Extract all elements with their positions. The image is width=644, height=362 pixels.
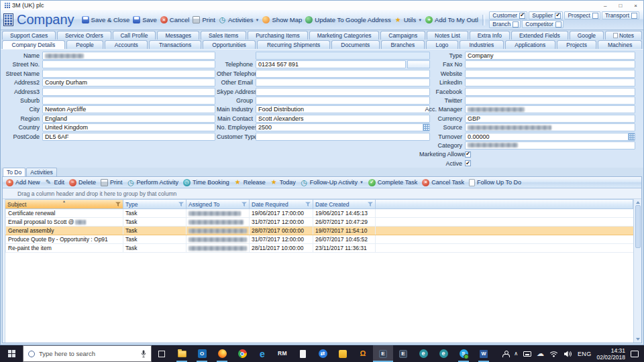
- column-header-subject[interactable]: ▲Subject: [5, 199, 123, 209]
- field-turnover[interactable]: 0.00000: [465, 133, 635, 141]
- field-main-industry[interactable]: Food Distribution: [256, 105, 430, 113]
- people-icon[interactable]: [502, 351, 508, 357]
- field-currency[interactable]: GBP: [465, 115, 635, 123]
- field-website[interactable]: [465, 70, 635, 78]
- tab-transactions[interactable]: Transactions: [149, 40, 201, 49]
- tab-branches[interactable]: Branches: [381, 40, 425, 49]
- microphone-icon[interactable]: [141, 350, 146, 358]
- scroll-up-arrow-icon[interactable]: [636, 201, 640, 204]
- checkbox-marketing-allowed[interactable]: [465, 152, 471, 158]
- tab-industries[interactable]: Industries: [460, 40, 504, 49]
- chevron-up-icon[interactable]: ∧: [514, 351, 518, 357]
- todo-button-delete[interactable]: −Delete: [69, 179, 96, 186]
- cloud-icon[interactable]: ☁: [537, 350, 544, 357]
- taskbar-app-teal-2[interactable]: e: [433, 345, 453, 362]
- checkbox-customer[interactable]: [519, 13, 525, 19]
- tab-google[interactable]: Google: [570, 31, 604, 40]
- checkbox-competitor[interactable]: [555, 21, 561, 27]
- todo-button-perform-activity[interactable]: ◷Perform Activity: [127, 179, 179, 186]
- flag-transport[interactable]: Transport: [602, 11, 639, 19]
- filter-icon[interactable]: [115, 202, 121, 207]
- taskbar-rm[interactable]: RM: [272, 345, 292, 362]
- toolbar-button-print[interactable]: Print: [193, 16, 215, 23]
- wifi-icon[interactable]: [549, 351, 558, 357]
- field-customer-type[interactable]: [256, 133, 430, 141]
- taskbar-skype[interactable]: S: [453, 345, 474, 362]
- spinner-icon[interactable]: [628, 133, 635, 140]
- toolbar-button-cancel[interactable]: ×Cancel: [160, 16, 190, 23]
- taskbar-word[interactable]: W: [474, 345, 494, 362]
- field-other-telephone[interactable]: [256, 70, 430, 78]
- tab-marketing-categories[interactable]: Marketing Categories: [309, 31, 380, 40]
- taskbar-outlook[interactable]: O: [192, 345, 212, 362]
- todo-button-print[interactable]: Print: [101, 179, 123, 186]
- flag-customer[interactable]: Customer: [489, 11, 527, 19]
- dropdown-caret-icon[interactable]: ▼: [255, 18, 259, 22]
- flag-competitor[interactable]: Competitor: [522, 20, 564, 28]
- toolbar-button-show-map[interactable]: Show Map: [262, 16, 302, 23]
- tab-notes[interactable]: Notes: [605, 31, 642, 40]
- task-view-button[interactable]: [152, 345, 172, 362]
- tab-logo[interactable]: Logo: [426, 40, 458, 49]
- field-postcode[interactable]: DL5 6AF: [42, 133, 215, 141]
- field-fax-no[interactable]: [465, 60, 635, 68]
- taskbar-firefox[interactable]: [212, 345, 232, 362]
- field-region[interactable]: England: [42, 115, 215, 123]
- maximize-button[interactable]: □: [619, 3, 622, 9]
- checkbox-active[interactable]: [465, 160, 471, 166]
- toolbar-button-add-to-my-outlook-contacts[interactable]: +Add To My Outlook Contacts: [425, 16, 478, 23]
- column-header-assigned-to[interactable]: Assigned To: [186, 199, 250, 209]
- checkbox-branch[interactable]: [513, 21, 519, 27]
- field-street-name[interactable]: [42, 70, 215, 78]
- field-linkedin[interactable]: [465, 78, 635, 86]
- todo-button-complete-task[interactable]: ✓Complete Task: [368, 179, 417, 186]
- tab-extra-info[interactable]: Extra Info: [470, 31, 510, 40]
- tab-purchasing-items[interactable]: Purchasing Items: [248, 31, 307, 40]
- language-indicator[interactable]: ENG: [578, 351, 591, 357]
- taskbar-document[interactable]: [292, 345, 313, 362]
- tab-recurring-shipments[interactable]: Recurring Shipments: [257, 40, 329, 49]
- taskbar-file-explorer[interactable]: [172, 345, 192, 362]
- filter-icon[interactable]: [241, 202, 247, 207]
- tab-opportunities[interactable]: Opportunities: [203, 40, 256, 49]
- toolbar-button-activities[interactable]: ◷Activities▼: [219, 16, 259, 23]
- field-source[interactable]: [465, 123, 635, 131]
- field-suburb[interactable]: [42, 97, 215, 105]
- taskbar-openvpn[interactable]: Ω: [353, 345, 373, 362]
- toolbar-button-save-close[interactable]: Save & Close: [82, 16, 130, 23]
- todo-button-cancel-task[interactable]: ×Cancel Task: [422, 179, 464, 186]
- flag-supplier[interactable]: Supplier: [529, 11, 563, 19]
- todo-button-follow-up-to-do[interactable]: Follow Up To Do: [469, 179, 521, 186]
- taskbar-app-e2[interactable]: E: [393, 345, 413, 362]
- tab-service-orders[interactable]: Service Orders: [57, 31, 111, 40]
- tab-machines[interactable]: Machines: [598, 40, 641, 49]
- taskbar-edge[interactable]: e: [252, 345, 272, 362]
- field-acc-manager[interactable]: [465, 105, 635, 113]
- scrollbar-thumb[interactable]: [635, 205, 641, 248]
- toolbar-button-save[interactable]: Save: [133, 16, 157, 23]
- dropdown-caret-icon[interactable]: ▼: [418, 18, 422, 22]
- tab-accounts[interactable]: Accounts: [105, 40, 148, 49]
- action-center-icon[interactable]: [631, 351, 639, 357]
- todo-button-time-booking[interactable]: ◷Time Booking: [183, 179, 229, 186]
- field-type[interactable]: Company: [465, 52, 635, 60]
- field-country[interactable]: United Kingdom: [42, 123, 215, 131]
- keyboard-icon[interactable]: [523, 351, 531, 357]
- taskbar-yellow-app[interactable]: [333, 345, 353, 362]
- todo-button-follow-up-activity[interactable]: ◷Follow-Up Activity▼: [301, 179, 364, 186]
- checkbox-supplier[interactable]: [555, 13, 561, 19]
- tab-activities[interactable]: Activities: [26, 168, 57, 176]
- todo-button-today[interactable]: ★Today: [270, 179, 296, 186]
- column-header-date-required[interactable]: Date Required: [250, 199, 313, 209]
- taskbar-teamviewer[interactable]: ⇄: [313, 345, 333, 362]
- taskbar-clock[interactable]: 14:3102/02/2018: [596, 347, 625, 361]
- filter-icon[interactable]: [368, 202, 373, 207]
- field-skype-address[interactable]: [256, 88, 430, 96]
- tab-people[interactable]: People: [66, 40, 104, 49]
- field-name[interactable]: [42, 52, 215, 60]
- field-blank[interactable]: [256, 52, 430, 60]
- tab-to-do[interactable]: To Do: [3, 168, 25, 176]
- column-header-type[interactable]: Type: [123, 199, 186, 209]
- flag-prospect[interactable]: Prospect: [564, 11, 600, 19]
- taskbar-app-e1[interactable]: E: [373, 345, 393, 362]
